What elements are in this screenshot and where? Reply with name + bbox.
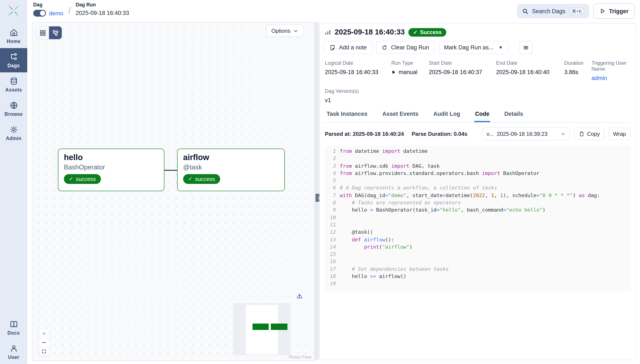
dags-icon — [10, 53, 18, 61]
code-text: hello >> airflow() — [340, 273, 406, 280]
sidebar-item-home[interactable]: Home — [0, 24, 27, 48]
code-line: 6# A Dag represents a workflow, a collec… — [325, 184, 631, 192]
task-edge — [164, 170, 177, 170]
tab-details[interactable]: Details — [504, 111, 524, 122]
code-line: 12 @task() — [325, 229, 631, 236]
line-number: 4 — [325, 170, 340, 177]
version-prefix: v... — [487, 131, 494, 137]
dag-name-link[interactable]: demo — [49, 10, 64, 16]
sidebar-item-admin[interactable]: Admin — [0, 121, 27, 145]
search-dags-button[interactable]: Search Dags ⌘+K — [517, 4, 589, 18]
task-node-title: hello — [64, 152, 158, 163]
tab-asset-events[interactable]: Asset Events — [382, 111, 420, 122]
code-text — [340, 251, 343, 258]
topbar: Dag demo / Dag Run 2025-09-18 16:40:33 S… — [27, 0, 640, 22]
task-node-operator: BashOperator — [64, 163, 158, 172]
bar-chart-icon — [325, 29, 331, 35]
sidebar-item-docs[interactable]: Docs — [0, 316, 27, 340]
line-number: 12 — [325, 229, 340, 236]
options-label: Options — [271, 28, 290, 34]
refresh-icon — [382, 44, 388, 50]
sidebar-item-assets[interactable]: Assets — [0, 72, 27, 97]
sidebar-item-label: User — [8, 355, 19, 360]
field-duration: Duration 3.86s — [564, 60, 592, 81]
code-line: 8 # Tasks are represented as operators — [325, 199, 631, 207]
line-number: 5 — [325, 177, 340, 184]
code-line: 16 — [325, 258, 631, 266]
code-text: def airflow(): — [340, 236, 394, 244]
code-line: 10 — [325, 214, 631, 222]
code-line: 1from datetime import datetime — [325, 148, 631, 155]
gear-icon — [10, 126, 18, 134]
line-number: 2 — [325, 155, 340, 163]
more-menu-button[interactable] — [519, 41, 533, 54]
check-icon: ✓ — [188, 176, 192, 182]
home-icon — [10, 28, 18, 36]
clipboard-icon — [579, 131, 584, 137]
dag-graph-panel[interactable]: Options hello BashOperator ✓success airf… — [32, 22, 315, 361]
graph-minimap[interactable] — [233, 303, 290, 355]
chevron-down-icon — [294, 28, 298, 33]
code-text: hello = BashOperator(task_id="hello", ba… — [340, 207, 546, 214]
task-node-airflow[interactable]: airflow @task ✓success — [177, 148, 285, 191]
task-node-hello[interactable]: hello BashOperator ✓success — [58, 148, 164, 191]
run-metadata: Logical Date 2025-09-18 16:40:33 Run Typ… — [324, 60, 632, 81]
trigger-button[interactable]: Trigger — [593, 4, 635, 19]
clear-dag-run-button[interactable]: Clear Dag Run — [376, 41, 435, 54]
grid-view-button[interactable] — [36, 26, 49, 39]
zoom-in-button[interactable] — [39, 329, 49, 338]
minimap-node — [252, 324, 269, 330]
sidebar-item-user[interactable]: User — [0, 340, 27, 364]
sidebar-item-label: Dags — [8, 63, 20, 68]
sidebar-spacer — [0, 145, 27, 316]
tab-audit-log[interactable]: Audit Log — [432, 111, 461, 122]
code-text: @task() — [340, 229, 373, 236]
globe-icon — [10, 101, 18, 110]
line-number: 1 — [325, 148, 340, 155]
panel-divider[interactable] — [314, 22, 319, 360]
dag-code-block[interactable]: 1from datetime import datetime2 3from ai… — [325, 146, 631, 291]
workflow-icon — [52, 30, 58, 36]
code-line: 5 — [325, 177, 631, 184]
line-number: 7 — [325, 192, 340, 200]
sidebar-item-label: Docs — [8, 330, 20, 336]
run-tabs: Task Instances Asset Events Audit Log Co… — [324, 111, 632, 122]
sidebar-item-label: Assets — [5, 87, 22, 92]
fit-view-button[interactable] — [39, 347, 49, 356]
chevron-down-icon — [561, 132, 566, 136]
wrap-code-button[interactable]: Wrap — [608, 128, 631, 140]
plus-icon — [42, 331, 46, 336]
copy-code-button[interactable]: Copy — [574, 128, 605, 140]
sidebar-item-dags[interactable]: Dags — [0, 48, 27, 72]
minimap-node — [271, 324, 288, 330]
line-number: 17 — [325, 266, 340, 273]
graph-view-button[interactable] — [49, 26, 62, 39]
tab-code[interactable]: Code — [474, 111, 490, 122]
code-line: 17 # Set dependencies between tasks — [325, 266, 631, 273]
triggering-user-link[interactable]: admin — [592, 75, 631, 81]
dag-pause-toggle[interactable] — [33, 10, 46, 16]
zoom-out-button[interactable] — [39, 338, 49, 347]
search-shortcut-badge: ⌘+K — [569, 8, 584, 14]
code-version-select[interactable]: v... 2025-09-18 16:39:23 — [482, 127, 570, 140]
code-text: from airflow.providers.standard.operator… — [340, 170, 540, 177]
airflow-logo[interactable] — [6, 4, 21, 18]
line-number: 13 — [325, 236, 340, 244]
search-label: Search Dags — [532, 8, 565, 14]
task-node-title: airflow — [183, 152, 279, 163]
dag-run-panel: 2025-09-18 16:40:33 ✓Success Add a note … — [319, 23, 636, 360]
code-line: 2 — [325, 155, 631, 163]
add-note-button[interactable]: Add a note — [324, 41, 372, 54]
breadcrumb-separator: / — [68, 6, 71, 16]
download-graph-icon[interactable] — [296, 293, 303, 299]
caret-down-icon: ▼ — [499, 45, 503, 50]
sidebar-item-browse[interactable]: Browse — [0, 97, 27, 121]
run-status-badge: ✓Success — [408, 28, 446, 36]
minus-icon — [42, 340, 46, 345]
run-actions-row: Add a note Clear Dag Run Mark Dag Run as… — [324, 41, 632, 54]
line-number: 10 — [325, 214, 340, 222]
tab-task-instances[interactable]: Task Instances — [326, 111, 368, 122]
graph-options-button[interactable]: Options — [266, 25, 303, 36]
mark-dag-run-as-button[interactable]: Mark Dag Run as... ▼ — [438, 41, 508, 54]
reactflow-attribution: React Flow — [289, 354, 311, 359]
